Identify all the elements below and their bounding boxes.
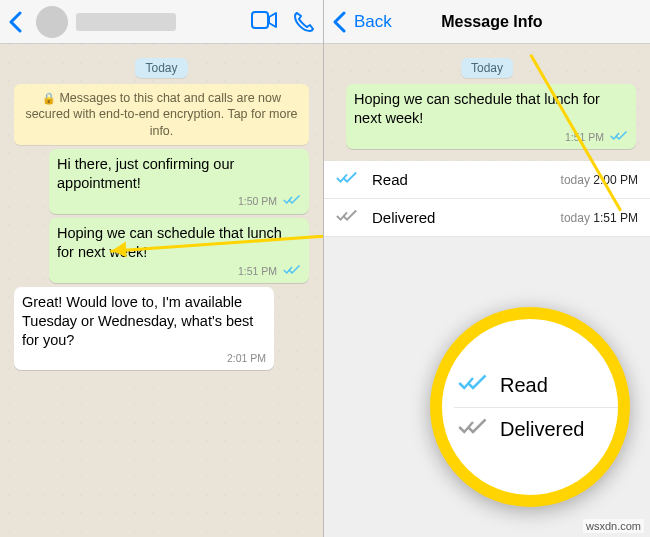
day-chip: Today (461, 58, 513, 78)
delivered-checks-icon (458, 418, 492, 440)
message-time: 1:51 PM (238, 264, 277, 276)
receipt-time: 2:00 PM (593, 173, 638, 187)
zoom-callout: Read Delivered (430, 307, 630, 507)
video-call-icon[interactable] (251, 11, 277, 33)
message-text: Great! Would love to, I'm available Tues… (22, 294, 253, 348)
message-outgoing[interactable]: Hi there, just confirming our appointmen… (49, 149, 309, 214)
contact-name-redacted (76, 13, 176, 31)
lock-icon: 🔒 (42, 92, 56, 104)
back-icon[interactable] (332, 11, 346, 33)
message-time: 1:51 PM (565, 130, 604, 142)
watermark: wsxdn.com (583, 519, 644, 533)
receipt-label: Read (372, 171, 561, 188)
zoom-row-read: Read (454, 364, 618, 408)
message-time: 1:50 PM (238, 195, 277, 207)
receipt-prefix: today (561, 173, 590, 187)
svg-rect-0 (252, 12, 268, 28)
message-text: Hoping we can schedule that lunch for ne… (57, 225, 282, 260)
message-outgoing[interactable]: Hoping we can schedule that lunch for ne… (49, 218, 309, 283)
read-checks-icon (283, 194, 301, 210)
message-time: 2:01 PM (227, 352, 266, 364)
receipt-list: Read today 2:00 PM Delivered today 1:51 … (324, 161, 650, 237)
voice-call-icon[interactable] (293, 11, 315, 33)
back-button[interactable]: Back (354, 12, 392, 32)
encryption-text: Messages to this chat and calls are now … (25, 91, 297, 138)
read-checks-icon (283, 264, 301, 280)
chat-pane: Today 🔒 Messages to this chat and calls … (0, 0, 324, 537)
zoom-label: Delivered (500, 418, 584, 441)
read-checks-icon (458, 374, 492, 396)
message-incoming[interactable]: Great! Would love to, I'm available Tues… (14, 287, 274, 369)
receipt-row-delivered: Delivered today 1:51 PM (324, 199, 650, 237)
info-header: Back Message Info (324, 0, 650, 44)
page-title: Message Info (392, 13, 592, 31)
delivered-checks-icon (336, 209, 360, 226)
message-text: Hoping we can schedule that lunch for ne… (354, 91, 600, 126)
read-checks-icon (336, 171, 360, 188)
chat-header (0, 0, 323, 44)
read-checks-icon (610, 130, 628, 146)
info-message-preview: Today Hoping we can schedule that lunch … (324, 44, 650, 161)
receipt-time: 1:51 PM (593, 211, 638, 225)
back-icon[interactable] (8, 11, 22, 33)
chat-body: Today 🔒 Messages to this chat and calls … (0, 44, 323, 537)
encryption-notice[interactable]: 🔒 Messages to this chat and calls are no… (14, 84, 309, 145)
receipt-label: Delivered (372, 209, 561, 226)
receipt-prefix: today (561, 211, 590, 225)
message-text: Hi there, just confirming our appointmen… (57, 156, 234, 191)
avatar[interactable] (36, 6, 68, 38)
zoom-row-delivered: Delivered (454, 408, 618, 451)
day-chip: Today (135, 58, 187, 78)
message-outgoing: Hoping we can schedule that lunch for ne… (346, 84, 636, 149)
zoom-label: Read (500, 374, 548, 397)
receipt-row-read: Read today 2:00 PM (324, 161, 650, 199)
